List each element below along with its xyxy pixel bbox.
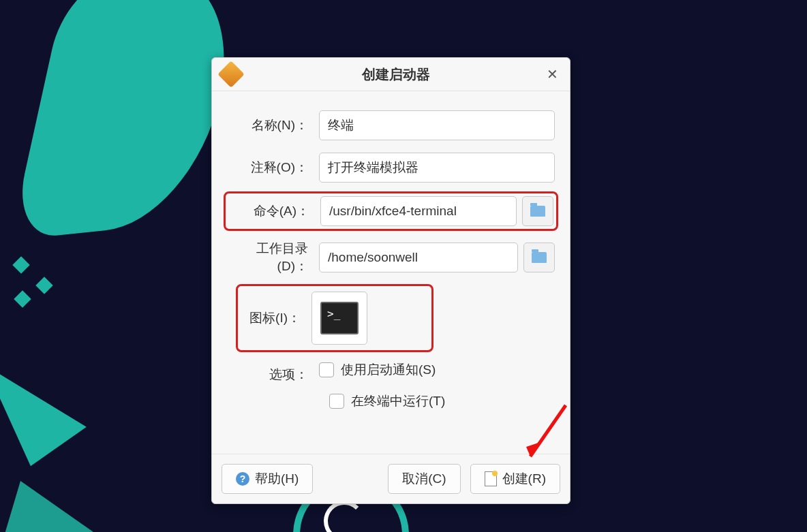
command-browse-button[interactable] bbox=[522, 196, 553, 226]
desktop-background: 创建启动器 ✕ 名称(N)： 注释(O)： 命令(A)： bbox=[0, 0, 807, 532]
checkbox-row-startup-notify: 使用启动通知(S) bbox=[319, 361, 436, 379]
close-icon[interactable]: ✕ bbox=[544, 66, 560, 82]
decorative-shape bbox=[0, 338, 87, 466]
row-comment: 注释(O)： bbox=[227, 153, 555, 183]
comment-input[interactable] bbox=[319, 153, 555, 183]
workdir-input[interactable] bbox=[319, 242, 518, 272]
create-button-label: 创建(R) bbox=[502, 470, 546, 488]
label-command: 命令(A)： bbox=[228, 202, 320, 220]
row-name: 名称(N)： bbox=[227, 110, 555, 140]
label-options: 选项： bbox=[227, 366, 319, 384]
cancel-button-label: 取消(C) bbox=[402, 470, 446, 488]
form-area: 名称(N)： 注释(O)： 命令(A)： bbox=[212, 91, 570, 454]
name-input[interactable] bbox=[319, 110, 555, 140]
folder-icon bbox=[532, 252, 547, 263]
row-workdir: 工作目录(D)： bbox=[227, 240, 555, 275]
help-button-label: 帮助(H) bbox=[255, 470, 299, 488]
row-command: 命令(A)： bbox=[227, 195, 555, 228]
label-workdir: 工作目录(D)： bbox=[227, 240, 319, 275]
row-options: 选项： 使用启动通知(S) bbox=[227, 361, 555, 388]
decorative-shape bbox=[12, 256, 29, 273]
terminal-icon bbox=[320, 302, 359, 334]
dialog-titlebar: 创建启动器 ✕ bbox=[212, 58, 570, 91]
create-button[interactable]: 创建(R) bbox=[470, 464, 560, 494]
help-icon: ? bbox=[236, 472, 249, 486]
label-name: 名称(N)： bbox=[227, 116, 319, 134]
decorative-shape bbox=[0, 467, 115, 532]
run-in-terminal-label: 在终端中运行(T) bbox=[351, 392, 445, 410]
command-input[interactable] bbox=[320, 196, 517, 226]
startup-notify-label: 使用启动通知(S) bbox=[341, 361, 436, 379]
workdir-browse-button[interactable] bbox=[523, 242, 555, 272]
create-launcher-dialog: 创建启动器 ✕ 名称(N)： 注释(O)： 命令(A)： bbox=[211, 57, 570, 504]
help-button[interactable]: ? 帮助(H) bbox=[222, 464, 313, 494]
folder-icon bbox=[530, 206, 545, 217]
decorative-shape bbox=[35, 277, 52, 294]
label-icon: 图标(I)： bbox=[243, 309, 311, 327]
startup-notify-checkbox[interactable] bbox=[319, 362, 334, 377]
run-in-terminal-checkbox[interactable] bbox=[329, 394, 344, 409]
row-icon: 图标(I)： bbox=[239, 287, 430, 349]
label-comment: 注释(O)： bbox=[227, 159, 319, 176]
dialog-button-bar: ? 帮助(H) 取消(C) 创建(R) bbox=[212, 454, 570, 503]
icon-chooser-button[interactable] bbox=[311, 292, 367, 345]
cancel-button[interactable]: 取消(C) bbox=[388, 464, 460, 494]
launcher-app-icon bbox=[217, 61, 245, 88]
decorative-shape bbox=[14, 290, 31, 307]
dialog-title: 创建启动器 bbox=[247, 65, 544, 84]
new-document-icon bbox=[485, 471, 497, 486]
checkbox-row-run-in-terminal: 在终端中运行(T) bbox=[329, 392, 555, 410]
